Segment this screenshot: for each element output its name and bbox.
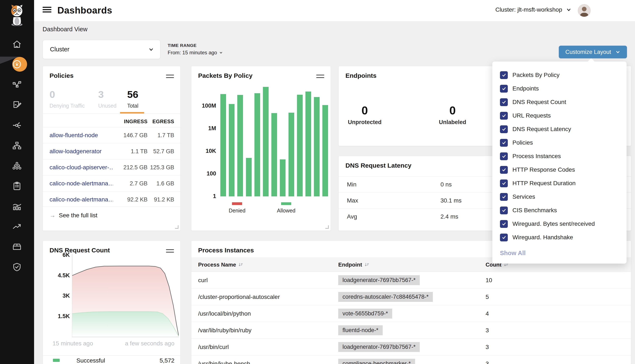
policy-link[interactable]: calico-node-alertmana…	[50, 180, 113, 187]
menu-item-cis-benchmarks[interactable]: CIS Benchmarks	[492, 204, 626, 217]
stat-denying-traffic[interactable]: 0 Denying Traffic	[50, 88, 85, 109]
sidebar-item-policies[interactable]	[8, 98, 26, 111]
active-stat-underline	[120, 112, 144, 114]
policy-link[interactable]: allow-loadgenerator	[50, 148, 102, 155]
checkbox-checked-icon[interactable]	[500, 71, 508, 79]
card-title: Endpoints	[345, 72, 376, 79]
menu-item-http-response-codes[interactable]: HTTP Response Codes	[492, 163, 626, 176]
y-tick-label: 100	[206, 170, 216, 177]
menu-item-services[interactable]: Services	[492, 190, 626, 204]
arrow-right-icon: →	[50, 212, 56, 219]
sidebar-item-clusters[interactable]	[8, 160, 26, 172]
checkbox-checked-icon[interactable]	[500, 206, 508, 214]
dashboards-gauge-icon	[12, 60, 22, 69]
y-tick-label: 1.5K	[58, 313, 70, 320]
chevron-down-icon	[615, 50, 620, 54]
card-title: DNS Request Latency	[345, 162, 411, 169]
menu-item-dns-request-count[interactable]: DNS Request Count	[492, 95, 626, 109]
menu-item-packets-by-policy[interactable]: Packets By Policy	[492, 68, 626, 82]
trending-up-icon	[12, 222, 22, 231]
menu-item-http-request-duration[interactable]: HTTP Request Duration	[492, 176, 626, 190]
checkbox-checked-icon[interactable]	[500, 220, 508, 228]
sidebar-item-packages[interactable]	[8, 240, 26, 253]
time-range-control[interactable]: TIME RANGE From: 15 minutes ago	[168, 43, 223, 56]
stat-unused[interactable]: 3 Unused	[98, 88, 116, 109]
dns-legend-row[interactable]: Successful 5,572	[43, 355, 180, 364]
time-range-label: TIME RANGE	[168, 43, 223, 48]
menu-item-wireguard-bytes[interactable]: Wireguard. Bytes sent/received	[492, 217, 626, 230]
card-title: Policies	[50, 72, 73, 79]
drag-handle-icon[interactable]	[166, 74, 174, 80]
cluster-circles-icon	[12, 161, 22, 170]
table-row: /var/lib/ruby/bin/ruby fluentd-node-* 3	[191, 322, 631, 338]
box-icon	[12, 242, 22, 252]
sidebar-item-dashboards[interactable]	[8, 58, 26, 70]
card-title: Process Instances	[198, 247, 254, 254]
checkbox-checked-icon[interactable]	[500, 125, 508, 133]
drag-handle-icon[interactable]	[316, 74, 324, 80]
menu-toggle-icon[interactable]	[43, 7, 51, 14]
packets-bar	[314, 97, 320, 196]
legend-denied[interactable]: Denied	[224, 202, 250, 214]
sidebar-item-network-topology[interactable]	[8, 139, 26, 152]
cluster-selector[interactable]: Cluster: jlt-msft-workshop	[495, 6, 571, 13]
col-endpoint[interactable]: Endpoint	[338, 262, 369, 268]
packets-bar	[322, 105, 328, 196]
endpoint-chip: vote-5655bd759-*	[338, 308, 392, 318]
checkbox-checked-icon[interactable]	[500, 98, 508, 106]
policy-link[interactable]: calico-node-alertmana…	[50, 196, 113, 203]
checkbox-checked-icon[interactable]	[500, 152, 508, 160]
policies-footer: → See the full list	[43, 206, 180, 206]
calico-cat-logo-icon[interactable]	[6, 3, 28, 25]
endpoint-chip: compliance-benchmarker-*	[338, 359, 415, 364]
policy-link[interactable]: calico-cloud-apiserver-…	[50, 164, 113, 171]
stat-total[interactable]: 56 Total	[127, 88, 138, 109]
menu-item-wireguard-handshake[interactable]: Wireguard. Handshake	[492, 230, 626, 244]
sidebar	[0, 0, 34, 364]
resize-handle[interactable]	[325, 225, 329, 229]
time-range-value: From: 15 minutes ago	[168, 50, 217, 56]
policy-link[interactable]: allow-fluentd-node	[50, 132, 98, 139]
checkbox-checked-icon[interactable]	[500, 180, 508, 187]
sidebar-item-statistics[interactable]	[8, 200, 26, 213]
menu-item-endpoints[interactable]: Endpoints	[492, 82, 626, 95]
drag-handle-icon[interactable]	[166, 249, 174, 254]
menu-item-process-instances[interactable]: Process Instances	[492, 150, 626, 163]
sort-icon	[238, 262, 243, 268]
menu-item-dns-request-latency[interactable]: DNS Request Latency	[492, 122, 626, 136]
sidebar-item-security[interactable]	[8, 261, 26, 273]
endpoint-chip: loadgenerator-7697bb7567-*	[338, 275, 420, 285]
policies-table: allow-fluentd-node 146.7 GB 1.7 TB allow…	[43, 127, 180, 207]
show-all-link[interactable]: Show All	[500, 250, 626, 256]
checkbox-checked-icon[interactable]	[500, 85, 508, 92]
checkbox-checked-icon[interactable]	[500, 166, 508, 174]
flow-molecule-icon	[12, 120, 22, 130]
legend-allowed[interactable]: Allowed	[274, 202, 299, 214]
checkbox-checked-icon[interactable]	[500, 112, 508, 120]
table-row: calico-node-alertmana… 92.2 KB 91.2 KB	[43, 191, 180, 207]
successful-swatch	[53, 359, 60, 362]
sidebar-item-trends[interactable]	[8, 220, 26, 233]
allowed-swatch	[281, 202, 291, 205]
dns-area-chart	[72, 255, 179, 337]
packets-bar	[305, 92, 311, 196]
table-row: allow-loadgenerator 1.1 TB 52.7 GB	[43, 143, 180, 159]
sidebar-item-compliance-reports[interactable]	[8, 180, 26, 192]
checkbox-checked-icon[interactable]	[500, 139, 508, 147]
table-row: /usr/local/bin/python vote-5655bd759-* 4	[191, 305, 631, 322]
dashboard-view-select[interactable]: Cluster	[43, 40, 160, 59]
checkbox-checked-icon[interactable]	[500, 234, 508, 242]
sidebar-item-home[interactable]	[8, 38, 26, 51]
packets-bar	[263, 87, 269, 196]
sidebar-item-service-graph[interactable]	[8, 78, 26, 91]
see-full-list-link[interactable]: → See the full list	[50, 212, 97, 219]
menu-item-url-requests[interactable]: URL Requests	[492, 109, 626, 122]
checkbox-checked-icon[interactable]	[500, 193, 508, 201]
user-avatar[interactable]	[578, 4, 590, 17]
customize-layout-button[interactable]: Customize Layout	[559, 46, 627, 58]
col-ingress: INGRESS	[124, 118, 147, 124]
resize-handle[interactable]	[175, 225, 178, 229]
col-process-name[interactable]: Process Name	[198, 262, 243, 268]
menu-item-policies[interactable]: Policies	[492, 136, 626, 150]
sidebar-item-flow-visualizations[interactable]	[8, 119, 26, 132]
